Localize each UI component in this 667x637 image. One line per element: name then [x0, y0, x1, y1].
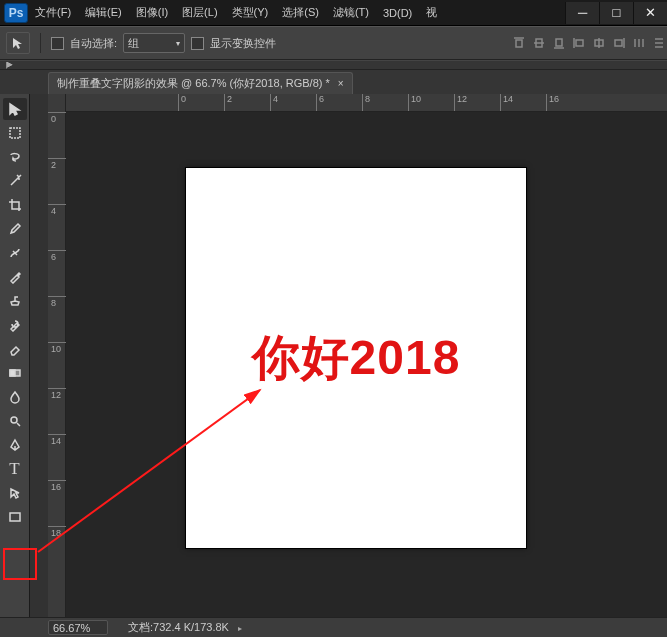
tool-rectangle-shape[interactable] [3, 506, 27, 528]
menu-file[interactable]: 文件(F) [28, 5, 78, 20]
distribute-v-icon[interactable] [651, 35, 667, 51]
tool-eraser[interactable] [3, 338, 27, 360]
panel-collapse-toggle[interactable]: ⯈ [6, 61, 14, 70]
align-left-icon[interactable] [571, 35, 587, 51]
current-tool-icon[interactable] [6, 32, 30, 54]
document-tab[interactable]: 制作重叠文字阴影的效果 @ 66.7% (你好2018, RGB/8) * × [48, 72, 353, 94]
svg-rect-2 [10, 370, 15, 376]
tool-healing-brush[interactable] [3, 242, 27, 264]
document-tab-close-icon[interactable]: × [338, 78, 344, 89]
distribute-h-icon[interactable] [631, 35, 647, 51]
auto-select-mode-value: 组 [128, 36, 139, 51]
app-logo: Ps [4, 3, 28, 23]
menu-image[interactable]: 图像(I) [129, 5, 175, 20]
menu-select[interactable]: 选择(S) [275, 5, 326, 20]
align-controls [511, 35, 667, 51]
svg-rect-0 [10, 128, 20, 138]
horizontal-ruler: 0 2 4 6 8 10 12 14 16 [66, 94, 667, 112]
tool-dodge[interactable] [3, 410, 27, 432]
tool-type[interactable]: T [3, 458, 27, 480]
menu-type[interactable]: 类型(Y) [225, 5, 276, 20]
tool-gradient[interactable] [3, 362, 27, 384]
menu-edit[interactable]: 编辑(E) [78, 5, 129, 20]
canvas-text-layer[interactable]: 你好2018 [252, 326, 461, 390]
zoom-level-value: 66.67% [53, 622, 90, 634]
align-vcenter-icon[interactable] [531, 35, 547, 51]
show-transform-label: 显示变换控件 [210, 36, 276, 51]
tool-marquee-rect[interactable] [3, 122, 27, 144]
tool-move[interactable] [3, 98, 27, 120]
align-top-icon[interactable] [511, 35, 527, 51]
tool-clone-stamp[interactable] [3, 290, 27, 312]
align-bottom-icon[interactable] [551, 35, 567, 51]
align-right-icon[interactable] [611, 35, 627, 51]
window-maximize-button[interactable]: □ [599, 2, 633, 24]
window-minimize-button[interactable]: ─ [565, 2, 599, 24]
tool-history-brush[interactable] [3, 314, 27, 336]
tool-eyedropper[interactable] [3, 218, 27, 240]
toolbox: T [0, 94, 30, 617]
menu-filter[interactable]: 滤镜(T) [326, 5, 376, 20]
auto-select-checkbox[interactable] [51, 37, 64, 50]
document-tab-title: 制作重叠文字阴影的效果 @ 66.7% (你好2018, RGB/8) * [57, 76, 330, 91]
menu-view-trunc[interactable]: 视 [419, 5, 444, 20]
window-close-button[interactable]: ✕ [633, 2, 667, 24]
align-hcenter-icon[interactable] [591, 35, 607, 51]
svg-point-3 [11, 417, 17, 423]
tool-pen[interactable] [3, 434, 27, 456]
tool-magic-wand[interactable] [3, 170, 27, 192]
svg-rect-4 [10, 513, 20, 521]
show-transform-checkbox[interactable] [191, 37, 204, 50]
vertical-ruler: 0 2 4 6 8 10 12 14 16 18 [48, 94, 66, 617]
zoom-level-field[interactable]: 66.67% [48, 620, 108, 635]
tool-brush[interactable] [3, 266, 27, 288]
tool-path-select[interactable] [3, 482, 27, 504]
menu-3d[interactable]: 3D(D) [376, 7, 419, 19]
document-canvas[interactable]: 你好2018 [186, 168, 526, 548]
auto-select-mode-select[interactable]: 组 ▾ [123, 33, 185, 53]
menu-layer[interactable]: 图层(L) [175, 5, 224, 20]
document-size-info: 文档:732.4 K/173.8K ▸ [128, 620, 242, 635]
tool-blur[interactable] [3, 386, 27, 408]
tool-crop[interactable] [3, 194, 27, 216]
tool-lasso[interactable] [3, 146, 27, 168]
auto-select-label: 自动选择: [70, 36, 117, 51]
